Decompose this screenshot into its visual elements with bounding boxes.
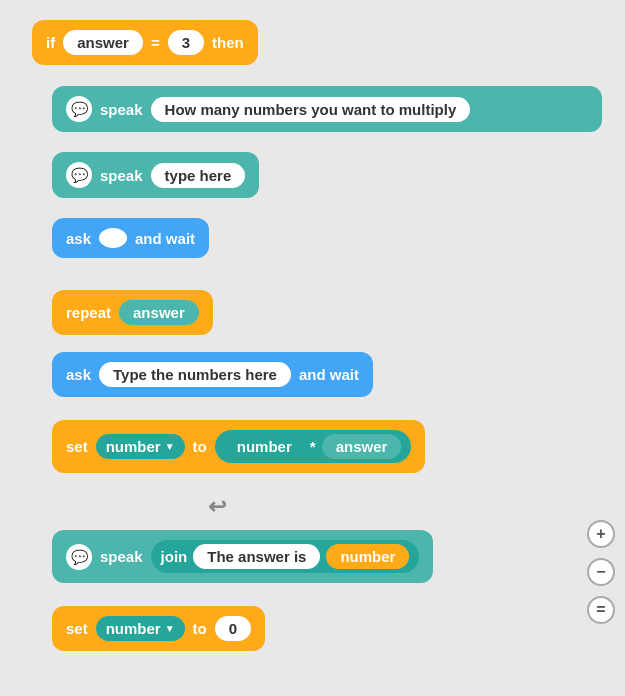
curved-arrow-row: ↩ [200,494,226,520]
set2-block: set number ▼ to 0 [52,606,265,651]
if-label: if [46,34,55,51]
then-label: then [212,34,244,51]
set1-label: set [66,438,88,455]
join-container: join The answer is number [151,540,420,573]
dropdown-arrow: ▼ [165,441,175,452]
repeat-value[interactable]: answer [119,300,199,325]
set1-block: set number ▼ to number * answer [52,420,425,473]
repeat-block: repeat answer [52,290,213,335]
value-pill[interactable]: 3 [168,30,204,55]
set1-operator: * [310,438,316,455]
repeat-label: repeat [66,304,111,321]
set1-var[interactable]: number ▼ [96,434,185,459]
ask2-text[interactable]: Type the numbers here [99,362,291,387]
ask2-label2: and wait [299,366,359,383]
set2-to: to [193,620,207,637]
ask2-block: ask Type the numbers here and wait [52,352,373,397]
speak1-label: speak [100,101,143,118]
set2-var[interactable]: number ▼ [96,616,185,641]
answer-pill[interactable]: answer [63,30,143,55]
speak3-var[interactable]: number [326,544,409,569]
ask1-label2: and wait [135,230,195,247]
plus-button[interactable]: + [587,520,615,548]
equals-label: = [151,34,160,51]
ask2-label: ask [66,366,91,383]
join-label: join [161,548,188,565]
speak1-text[interactable]: How many numbers you want to multiply [151,97,471,122]
set1-to: to [193,438,207,455]
speak3-icon: 💬 [66,544,92,570]
ask1-label: ask [66,230,91,247]
equals-button[interactable]: = [587,596,615,624]
speak2-block: 💬 speak type here [52,152,259,198]
speak3-label: speak [100,548,143,565]
speak3-text[interactable]: The answer is [193,544,320,569]
speak2-icon: 💬 [66,162,92,188]
set2-value[interactable]: 0 [215,616,251,641]
set1-val2[interactable]: answer [322,434,402,459]
ask1-oval[interactable] [99,228,127,248]
speak3-block: 💬 speak join The answer is number [52,530,433,583]
curved-arrow: ↩ [200,494,226,520]
minus-button[interactable]: − [587,558,615,586]
speak2-label: speak [100,167,143,184]
speak1-block: 💬 speak How many numbers you want to mul… [52,86,602,132]
ask1-block: ask and wait [52,218,209,258]
if-block: if answer = 3 then [32,20,258,65]
set2-dropdown-arrow: ▼ [165,623,175,634]
speak2-text[interactable]: type here [151,163,246,188]
set2-label: set [66,620,88,637]
set1-var2[interactable]: number [225,434,304,459]
speak1-icon: 💬 [66,96,92,122]
